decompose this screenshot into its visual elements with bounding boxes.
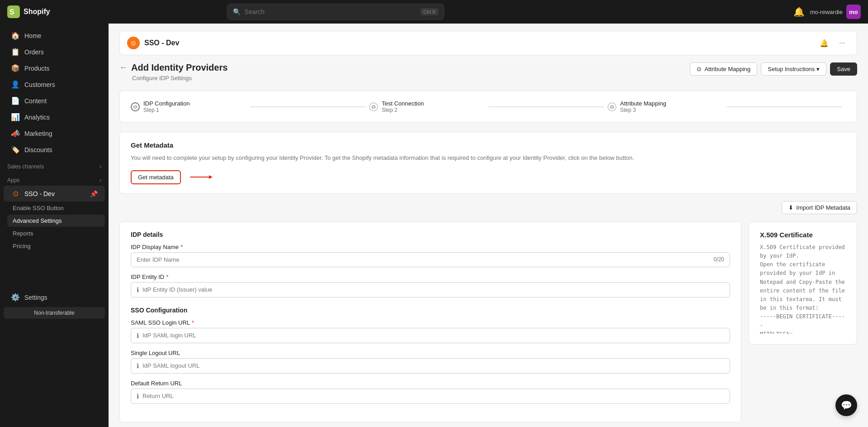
sidebar-item-home[interactable]: 🏠 Home [4,28,105,43]
setup-instructions-button[interactable]: Setup Instructions ▾ [761,62,826,76]
import-row: ⬇ Import IDP Metadata [119,201,857,214]
saml-url-icon: ℹ [137,332,139,339]
search-input[interactable] [244,8,417,15]
step-line-2 [489,106,604,107]
display-name-input[interactable] [137,256,710,263]
step-1-icon: ⊖ [131,102,140,111]
display-name-label: IDP Display Name * [131,244,730,250]
saml-url-group: SAML SSO Login URL * ℹ [131,319,730,343]
saml-required-asterisk: * [192,319,194,326]
sidebar-item-customers[interactable]: 👤 Customers [4,77,105,92]
app-logo-icon: ⊙ [131,39,136,47]
page-actions: ⊙ Attribute Mapping Setup Instructions ▾… [690,62,857,76]
settings-icon: ⚙️ [11,293,20,302]
get-metadata-card: Get Metadata You will need to complete y… [119,132,857,194]
page-header-content: ← Add Identity Providers Configure IDP S… [119,62,690,82]
page-title: ← Add Identity Providers [119,62,690,73]
app-bar-left: ⊙ SSO - Dev [127,37,179,49]
logout-url-group: Single Logout URL ℹ [131,350,730,374]
logout-url-icon: ℹ [137,362,139,369]
arrow-indicator [190,173,213,181]
logout-url-input[interactable] [142,362,724,369]
get-metadata-title: Get Metadata [131,141,846,149]
non-transferable-badge: Non-transferable [4,307,105,319]
display-name-input-wrapper: 0/20 [131,252,730,267]
step-3-info: Attribute Mapping Step 3 [620,100,666,113]
saml-url-input-wrapper: ℹ [131,328,730,343]
sso-config-section: SSO Configuration SAML SSO Login URL * ℹ [131,307,730,404]
user-menu[interactable]: mo-rewardie mo [810,5,861,19]
svg-text:S: S [9,8,14,16]
return-url-input-wrapper: ℹ [131,389,730,404]
apps-section: Apps › [0,172,109,185]
entity-id-input-wrapper: ℹ [131,282,730,297]
notification-bell-icon[interactable]: 🔔 [793,6,805,17]
idp-details-section: IDP details IDP Display Name * 0/20 [131,231,730,297]
import-metadata-button[interactable]: ⬇ Import IDP Metadata [782,201,857,214]
chat-icon: 💬 [841,400,852,411]
discounts-icon: 🏷️ [11,145,20,154]
search-bar[interactable]: 🔍 Ctrl K [227,4,444,20]
sidebar-item-products[interactable]: 📦 Products [4,60,105,76]
sidebar-item-orders[interactable]: 📋 Orders [4,44,105,60]
app-icon: ⊙ [127,37,140,49]
products-icon: 📦 [11,64,20,72]
sso-config-title: SSO Configuration [131,307,730,314]
step-2: ⊖ Test Connection Step 2 [369,100,485,113]
x509-card: X.509 Certificate [749,221,857,345]
orders-icon: 📋 [11,48,20,56]
main-column: IDP details IDP Display Name * 0/20 [119,221,741,427]
app-bar-right: 🔔 ··· [817,36,849,50]
x509-title: X.509 Certificate [760,231,846,239]
step-line-3 [727,106,843,107]
import-icon: ⬇ [788,204,793,211]
sidebar-item-pricing[interactable]: Pricing [7,240,105,252]
idp-details-card: IDP details IDP Display Name * 0/20 [119,221,741,422]
sidebar-item-enable-sso[interactable]: Enable SSO Button [7,202,105,214]
saml-url-input[interactable] [142,332,724,339]
shopify-logo[interactable]: S Shopify [7,5,50,18]
pin-icon[interactable]: 📌 [90,190,98,197]
marketing-icon: 📣 [11,129,20,138]
display-name-counter: 0/20 [714,256,724,263]
get-metadata-button[interactable]: Get metadata [131,170,181,184]
app-bell-icon[interactable]: 🔔 [817,36,831,50]
return-url-input[interactable] [142,393,724,399]
return-url-group: Default Return URL ℹ [131,380,730,404]
sidebar: 🏠 Home 📋 Orders 📦 Products 👤 Customers 📄… [0,24,109,427]
entity-id-icon: ℹ [137,286,139,293]
attribute-mapping-icon: ⊙ [697,66,702,72]
back-arrow-icon[interactable]: ← [119,63,128,72]
chat-bubble-button[interactable]: 💬 [835,394,857,416]
page-header: ← Add Identity Providers Configure IDP S… [119,62,857,82]
sidebar-item-content[interactable]: 📄 Content [4,93,105,109]
search-shortcut: Ctrl K [421,8,439,15]
entity-id-label: IDP Entity ID * [131,273,730,280]
entity-required-asterisk: * [166,273,168,280]
attribute-mapping-button[interactable]: ⊙ Attribute Mapping [690,62,757,76]
sidebar-item-analytics[interactable]: 📊 Analytics [4,109,105,125]
main-layout: 🏠 Home 📋 Orders 📦 Products 👤 Customers 📄… [0,24,868,427]
sidebar-item-settings[interactable]: ⚙️ Settings [4,289,105,305]
dropdown-chevron-icon: ▾ [816,66,820,72]
topnav-right: 🔔 mo-rewardie mo [793,5,861,19]
svg-marker-3 [209,175,213,179]
chevron-right-icon[interactable]: › [100,163,101,170]
sidebar-item-advanced-settings[interactable]: Advanced Settings [7,215,105,227]
avatar: mo [846,5,861,19]
page-subtitle: Configure IDP Settings [132,75,690,82]
sidebar-item-sso-dev[interactable]: ⊙ SSO - Dev 📌 [4,186,105,202]
display-name-group: IDP Display Name * 0/20 [131,244,730,267]
apps-chevron-icon[interactable]: › [100,177,101,183]
home-icon: 🏠 [11,31,20,40]
entity-id-group: IDP Entity ID * ℹ [131,273,730,297]
sidebar-item-discounts[interactable]: 🏷️ Discounts [4,142,105,158]
app-more-icon[interactable]: ··· [835,36,849,50]
x509-textarea[interactable] [760,243,846,334]
content-icon: 📄 [11,96,20,105]
save-button[interactable]: Save [830,62,857,76]
entity-id-input[interactable] [142,286,724,293]
sidebar-item-marketing[interactable]: 📣 Marketing [4,125,105,141]
step-2-info: Test Connection Step 2 [382,100,427,113]
sidebar-item-reports[interactable]: Reports [7,227,105,240]
